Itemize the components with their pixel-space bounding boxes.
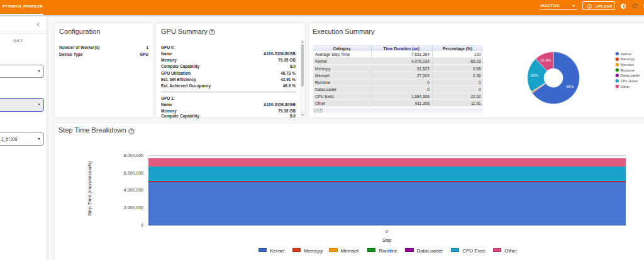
svg-text:Memset: Memset [621,63,635,67]
svg-text:?: ? [211,30,213,34]
svg-text:CPU Exec: CPU Exec [621,79,638,83]
svg-text:Other: Other [621,85,630,89]
svg-text:Kernel: Kernel [621,52,631,56]
svg-text:?: ? [130,129,133,133]
svg-text:Runtime: Runtime [621,68,635,72]
svg-text:Memcpy: Memcpy [621,57,635,61]
svg-text:11.9%: 11.9% [541,58,552,62]
svg-text:65%: 65% [566,85,574,89]
svg-text:22%: 22% [531,73,539,77]
svg-text:DataLoader: DataLoader [621,73,640,77]
